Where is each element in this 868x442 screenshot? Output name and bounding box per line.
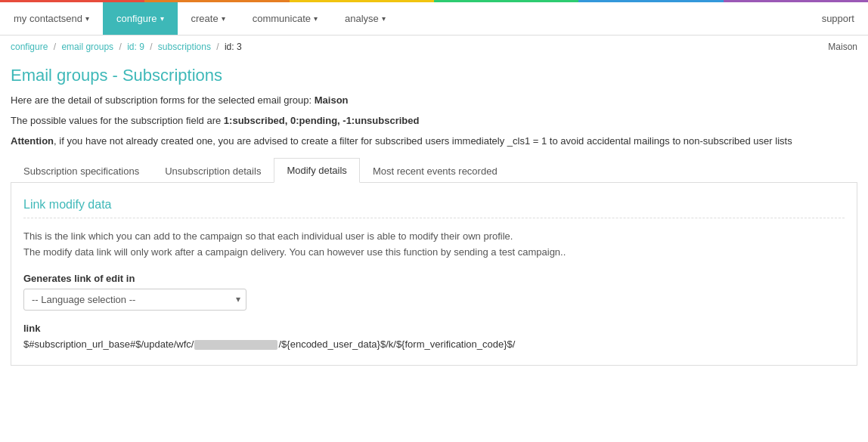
nav-analyse[interactable]: analyse ▾ xyxy=(331,2,399,35)
attention-block: Attention, if you have not already creat… xyxy=(11,134,857,150)
subscription-values: 1:subscribed, 0:pending, -1:unsubscribed xyxy=(224,115,420,126)
link-redacted xyxy=(194,340,277,350)
modify-desc: This is the link which you can add to th… xyxy=(23,229,845,261)
tab-subscription-specifications[interactable]: Subscription specifications xyxy=(11,158,152,183)
link-suffix: /${encoded_user_data}$/k/${form_verifica… xyxy=(278,338,515,350)
attention-text: , if you have not already created one, y… xyxy=(54,135,792,147)
nav-configure-label: configure xyxy=(116,13,157,24)
tab-unsubscription-details[interactable]: Unsubscription details xyxy=(152,158,274,183)
breadcrumb-id9[interactable]: id: 9 xyxy=(127,42,144,52)
modify-desc-line1: This is the link which you can add to th… xyxy=(23,230,513,242)
user-name: Maison xyxy=(828,42,857,52)
top-nav: my contactsend ▾ configure ▾ create ▾ co… xyxy=(0,2,868,36)
attention-label: Attention xyxy=(11,135,54,147)
desc-text-1: Here are the detail of subscription form… xyxy=(11,94,312,106)
breadcrumb-email-groups[interactable]: email groups xyxy=(61,42,113,52)
link-value: $#subscription_url_base#$/update/wfc//${… xyxy=(23,338,845,350)
nav-create[interactable]: create ▾ xyxy=(178,2,239,35)
section-title: Link modify data xyxy=(23,198,845,218)
nav-my-contactsend[interactable]: my contactsend ▾ xyxy=(0,2,103,35)
description-line2: The possible values for the subscription… xyxy=(11,113,857,129)
language-select[interactable]: -- Language selection -- xyxy=(23,289,246,311)
nav-support[interactable]: support xyxy=(808,2,868,35)
breadcrumb-sep-2: / xyxy=(119,42,121,52)
chevron-down-icon: ▾ xyxy=(382,14,386,23)
nav-communicate[interactable]: communicate ▾ xyxy=(239,2,331,35)
breadcrumb-subscriptions[interactable]: subscriptions xyxy=(158,42,211,52)
page-title: Email groups - Subscriptions xyxy=(11,66,857,85)
nav-create-label: create xyxy=(191,13,219,24)
chevron-down-icon: ▾ xyxy=(222,14,225,23)
breadcrumb-configure[interactable]: configure xyxy=(11,42,48,52)
modify-desc-line2: The modify data link will only work afte… xyxy=(23,246,566,258)
generates-label: Generates link of edit in xyxy=(23,273,845,284)
nav-my-contactsend-label: my contactsend xyxy=(14,13,82,24)
breadcrumb-id3: id: 3 xyxy=(225,42,242,52)
page-content: Email groups - Subscriptions Here are th… xyxy=(0,58,868,373)
breadcrumb-sep-3: / xyxy=(150,42,152,52)
language-select-wrapper: -- Language selection -- xyxy=(23,289,246,311)
chevron-down-icon: ▾ xyxy=(85,14,89,23)
nav-analyse-label: analyse xyxy=(345,13,379,24)
nav-support-label: support xyxy=(822,13,854,24)
breadcrumb: configure / email groups / id: 9 / subsc… xyxy=(11,42,242,52)
nav-configure[interactable]: configure ▾ xyxy=(103,2,177,35)
link-label: link xyxy=(23,323,845,334)
nav-communicate-label: communicate xyxy=(253,13,311,24)
tab-modify-details[interactable]: Modify details xyxy=(274,158,359,183)
tab-panel-modify-details: Link modify data This is the link which … xyxy=(11,183,857,366)
chevron-down-icon: ▾ xyxy=(314,14,318,23)
link-prefix: $#subscription_url_base#$/update/wfc/ xyxy=(23,338,194,350)
breadcrumb-sep-4: / xyxy=(216,42,219,52)
desc-text-2: The possible values for the subscription… xyxy=(11,115,221,126)
tab-most-recent-events[interactable]: Most recent events recorded xyxy=(360,158,510,183)
group-name: Maison xyxy=(315,94,349,106)
description-line1: Here are the detail of subscription form… xyxy=(11,93,857,109)
breadcrumb-sep-1: / xyxy=(54,42,56,52)
chevron-down-icon: ▾ xyxy=(160,14,164,23)
breadcrumb-bar: configure / email groups / id: 9 / subsc… xyxy=(0,36,868,58)
tabs: Subscription specifications Unsubscripti… xyxy=(11,158,857,183)
